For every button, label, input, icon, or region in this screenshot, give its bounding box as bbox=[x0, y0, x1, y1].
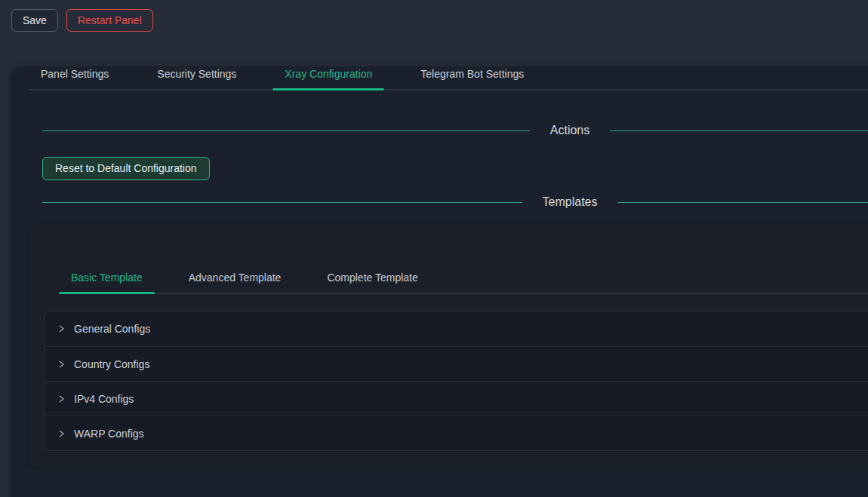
accordion-item-country-configs[interactable]: Country Configs bbox=[45, 346, 868, 381]
tab-advanced-template[interactable]: Advanced Template bbox=[177, 270, 294, 293]
divider-line bbox=[42, 202, 522, 203]
accordion-item-ipv4-configs[interactable]: IPv4 Configs bbox=[45, 381, 868, 416]
templates-card: Basic Template Advanced Template Complet… bbox=[29, 226, 868, 466]
templates-section-title: Templates bbox=[522, 195, 618, 209]
template-tab-bar: Basic Template Advanced Template Complet… bbox=[59, 226, 868, 294]
templates-section-divider: Templates bbox=[42, 194, 868, 210]
divider-line bbox=[617, 202, 868, 203]
restart-panel-button[interactable]: Restart Panel bbox=[66, 9, 153, 32]
settings-card: Panel Settings Security Settings Xray Co… bbox=[11, 66, 868, 497]
chevron-right-icon bbox=[57, 360, 66, 369]
chevron-right-icon bbox=[57, 429, 66, 438]
template-configs-accordion: General Configs Country Configs bbox=[44, 311, 868, 451]
chevron-right-icon bbox=[57, 394, 66, 403]
accordion-item-general-configs[interactable]: General Configs bbox=[45, 311, 868, 346]
tab-security-settings[interactable]: Security Settings bbox=[145, 66, 248, 89]
tab-telegram-bot-settings[interactable]: Telegram Bot Settings bbox=[408, 66, 536, 89]
divider-line bbox=[42, 130, 530, 131]
chevron-right-icon bbox=[57, 324, 66, 333]
reset-to-default-configuration-button[interactable]: Reset to Default Configuration bbox=[42, 157, 210, 180]
actions-section-divider: Actions bbox=[42, 122, 868, 139]
xray-configuration-panel: Actions Reset to Default Configuration T… bbox=[11, 122, 868, 466]
tab-xray-configuration[interactable]: Xray Configuration bbox=[272, 66, 384, 89]
accordion-item-label: Country Configs bbox=[74, 358, 149, 370]
save-button[interactable]: Save bbox=[11, 9, 58, 32]
actions-section-title: Actions bbox=[530, 124, 610, 137]
divider-line bbox=[610, 130, 868, 131]
settings-tab-bar: Panel Settings Security Settings Xray Co… bbox=[29, 66, 868, 91]
accordion-item-label: General Configs bbox=[74, 323, 150, 335]
tab-complete-template[interactable]: Complete Template bbox=[315, 270, 429, 293]
tab-panel-settings[interactable]: Panel Settings bbox=[29, 66, 121, 89]
toolbar: Save Restart Panel bbox=[0, 0, 868, 39]
accordion-item-warp-configs[interactable]: WARP Configs bbox=[45, 416, 868, 450]
tab-basic-template[interactable]: Basic Template bbox=[59, 270, 155, 293]
accordion-item-label: WARP Configs bbox=[74, 428, 144, 440]
accordion-item-label: IPv4 Configs bbox=[74, 393, 134, 405]
